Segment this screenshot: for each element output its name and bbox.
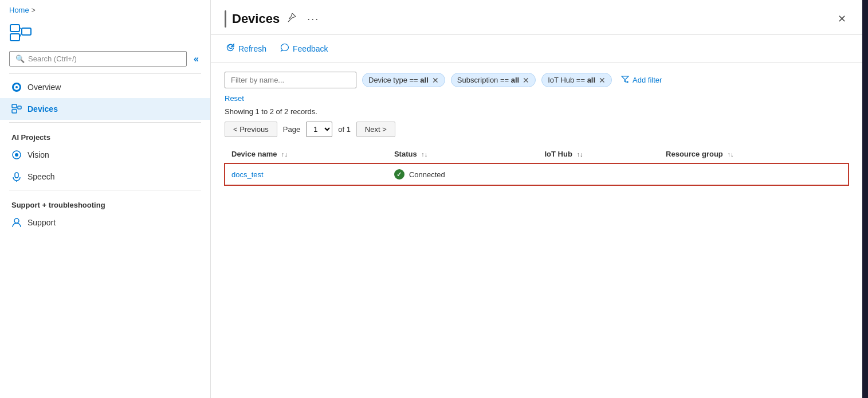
- header-actions: ✕: [835, 10, 849, 28]
- iot-hub-chip-close[interactable]: ✕: [599, 76, 606, 84]
- svg-rect-1: [10, 34, 19, 41]
- sidebar-item-speech-label: Speech: [28, 172, 54, 181]
- svg-point-15: [14, 218, 19, 223]
- content-area: Device type == all ✕ Subscription == all…: [211, 63, 862, 398]
- next-page-button[interactable]: Next >: [356, 122, 395, 137]
- subscription-filter-chip[interactable]: Subscription == all ✕: [451, 73, 536, 87]
- close-button[interactable]: ✕: [835, 10, 849, 28]
- page-title: Devices: [232, 11, 280, 26]
- reset-filters-link[interactable]: Reset: [225, 94, 849, 103]
- devices-table: Device name ↑↓ Status ↑↓ IoT Hub ↑↓ Reso…: [225, 145, 849, 185]
- page-title-divider: [225, 10, 226, 28]
- device-name-sort-icon: ↑↓: [281, 151, 288, 158]
- add-filter-label: Add filter: [633, 76, 662, 84]
- sidebar-item-speech[interactable]: Speech: [0, 166, 210, 188]
- iot-hub-sort-icon: ↑↓: [576, 151, 583, 158]
- breadcrumb: Home >: [0, 0, 210, 18]
- sidebar-item-devices[interactable]: Devices: [0, 98, 210, 120]
- logo-area: [0, 18, 210, 51]
- col-header-iot-hub[interactable]: IoT Hub ↑↓: [537, 145, 659, 163]
- page-select[interactable]: 1: [306, 122, 332, 137]
- device-type-chip-label: Device type == all: [368, 76, 429, 84]
- svg-rect-10: [18, 106, 21, 109]
- feedback-label: Feedback: [293, 44, 328, 53]
- previous-page-button[interactable]: < Previous: [225, 122, 277, 137]
- sidebar: Home > 🔍 Search (Ctrl+/) « Overview: [0, 0, 211, 398]
- svg-point-7: [15, 86, 18, 88]
- refresh-label: Refresh: [238, 44, 266, 53]
- table-header: Device name ↑↓ Status ↑↓ IoT Hub ↑↓ Reso…: [225, 145, 849, 163]
- search-area: 🔍 Search (Ctrl+/) «: [0, 51, 210, 71]
- sidebar-item-overview[interactable]: Overview: [0, 76, 210, 98]
- ai-projects-section-header: AI Projects: [0, 125, 210, 144]
- status-text: Connected: [409, 170, 445, 179]
- sidebar-item-devices-label: Devices: [28, 104, 58, 114]
- svg-line-16: [288, 20, 290, 22]
- breadcrumb-home[interactable]: Home: [9, 6, 29, 14]
- collapse-sidebar-button[interactable]: «: [191, 53, 201, 65]
- devices-icon: [11, 104, 22, 114]
- status-indicator: Connected: [394, 169, 531, 180]
- more-options-icon[interactable]: ···: [305, 11, 321, 28]
- device-name-link[interactable]: docs_test: [231, 170, 264, 179]
- table-row: docs_test Connected: [225, 163, 849, 186]
- status-sort-icon: ↑↓: [421, 151, 427, 158]
- resource-group-sort-icon: ↑↓: [727, 151, 733, 158]
- nav-divider-top: [9, 73, 201, 74]
- support-section-header: Support + troubleshooting: [0, 193, 210, 212]
- nav-divider-ai: [9, 122, 201, 123]
- pin-icon[interactable]: [285, 11, 299, 27]
- of-pages-label: of 1: [338, 125, 351, 134]
- status-cell: Connected: [387, 163, 538, 186]
- svg-point-12: [15, 153, 18, 157]
- col-header-status[interactable]: Status ↑↓: [387, 145, 538, 163]
- svg-rect-13: [15, 173, 18, 178]
- search-icon: 🔍: [15, 54, 25, 63]
- right-edge-decoration: [862, 0, 868, 398]
- connected-status-dot: [394, 169, 404, 180]
- page-header: Devices ··· ✕: [211, 0, 862, 35]
- sidebar-item-support-label: Support: [28, 218, 56, 227]
- device-type-chip-close[interactable]: ✕: [432, 76, 439, 84]
- device-name-cell: docs_test: [225, 163, 387, 186]
- search-placeholder: Search (Ctrl+/): [28, 54, 77, 63]
- search-input[interactable]: 🔍 Search (Ctrl+/): [9, 51, 187, 67]
- feedback-button[interactable]: Feedback: [279, 41, 329, 56]
- svg-rect-2: [22, 28, 31, 35]
- svg-rect-8: [12, 104, 17, 108]
- breadcrumb-separator: >: [32, 6, 36, 14]
- resource-group-cell: [659, 163, 849, 186]
- app-logo-icon: [9, 24, 32, 43]
- svg-rect-0: [10, 25, 19, 32]
- refresh-icon: [226, 43, 235, 54]
- toolbar: Refresh Feedback: [211, 35, 862, 63]
- feedback-icon: [280, 43, 289, 54]
- table-body: docs_test Connected: [225, 163, 849, 186]
- page-label: Page: [283, 125, 300, 134]
- speech-icon: [11, 171, 22, 182]
- subscription-chip-close[interactable]: ✕: [523, 76, 529, 84]
- sidebar-item-vision-label: Vision: [28, 150, 49, 159]
- sidebar-item-support[interactable]: Support: [0, 212, 210, 233]
- iot-hub-chip-label: IoT Hub == all: [548, 76, 595, 84]
- iot-hub-filter-chip[interactable]: IoT Hub == all ✕: [541, 73, 612, 87]
- col-header-device-name[interactable]: Device name ↑↓: [225, 145, 387, 163]
- sidebar-item-overview-label: Overview: [28, 83, 61, 92]
- add-filter-button[interactable]: Add filter: [618, 73, 665, 87]
- pagination: < Previous Page 1 of 1 Next >: [225, 122, 849, 137]
- overview-icon: [11, 82, 22, 92]
- support-person-icon: [11, 217, 22, 228]
- refresh-button[interactable]: Refresh: [225, 41, 268, 56]
- col-header-resource-group[interactable]: Resource group ↑↓: [659, 145, 849, 163]
- record-count: Showing 1 to 2 of 2 records.: [225, 107, 849, 116]
- filter-by-name-input[interactable]: [225, 72, 356, 88]
- add-filter-icon: [621, 75, 629, 85]
- main-content: Devices ··· ✕ Refresh: [211, 0, 862, 398]
- svg-rect-9: [12, 110, 17, 113]
- filter-bar: Device type == all ✕ Subscription == all…: [225, 72, 849, 88]
- nav-divider-support: [9, 190, 201, 190]
- device-type-filter-chip[interactable]: Device type == all ✕: [362, 73, 445, 87]
- sidebar-item-vision[interactable]: Vision: [0, 144, 210, 166]
- iot-hub-cell: [537, 163, 659, 186]
- vision-icon: [11, 150, 22, 160]
